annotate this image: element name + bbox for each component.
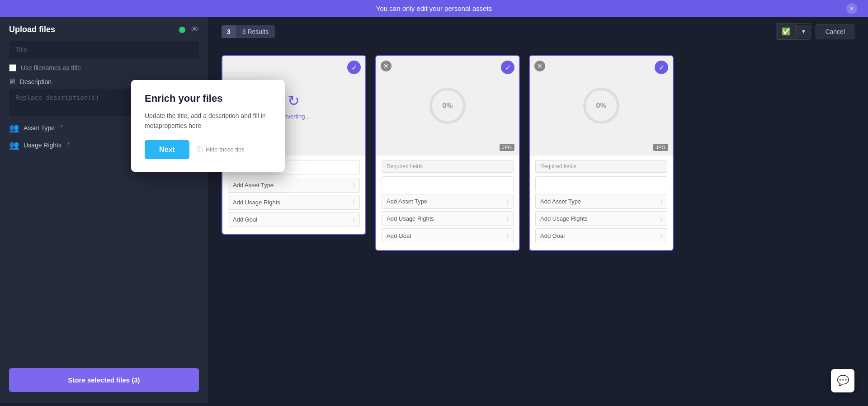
chat-icon: 💬	[837, 375, 849, 387]
add-asset-type-label-1: Add Asset Type	[233, 182, 274, 189]
enrich-body: Update the title, add a description and …	[145, 111, 271, 131]
add-goal-label-2: Add Goal	[387, 232, 411, 239]
check-dropdown: ✅ ▼	[776, 23, 811, 40]
card-body-3: Required fields Add Asset Type 〉 Add Usa…	[530, 156, 673, 250]
card-close-button-2[interactable]: ✕	[381, 61, 392, 71]
select-all-button[interactable]: ✅	[776, 24, 796, 39]
results-area: 3 3 Results	[222, 25, 275, 38]
description-icon: 🖹	[9, 78, 16, 86]
sidebar-header-icons: 👁	[179, 25, 199, 34]
banner-text: You can only edit your personal assets	[376, 5, 492, 12]
card-preview-3: ✕ ✓ 0% JPG	[530, 56, 673, 156]
add-usage-rights-label-3: Add Usage Rights	[540, 215, 588, 222]
add-usage-rights-label-1: Add Usage Rights	[233, 199, 280, 206]
add-asset-type-label-3: Add Asset Type	[540, 198, 581, 205]
file-type-badge-2: JPG	[500, 144, 514, 151]
dropdown-button[interactable]: ▼	[796, 25, 811, 38]
card-check-3[interactable]: ✓	[655, 61, 668, 74]
required-fields-banner-2: Required fields	[382, 160, 514, 173]
cancel-button[interactable]: Cancel	[816, 24, 854, 39]
chevron-right-icon-7: 〉	[660, 198, 662, 205]
add-goal-button-3[interactable]: Add Goal 〉	[535, 228, 667, 243]
hide-tips-button[interactable]: ⓘ Hide these tips	[197, 146, 245, 154]
add-asset-type-button-1[interactable]: Add Asset Type 〉	[228, 178, 360, 193]
add-usage-rights-label-2: Add Usage Rights	[387, 215, 434, 222]
title-input[interactable]	[9, 41, 199, 59]
chat-fab-button[interactable]: 💬	[831, 369, 854, 392]
required-fields-banner-3: Required fields	[535, 160, 667, 173]
count-badge: 3	[222, 25, 236, 38]
usage-rights-label: Usage Rights	[24, 142, 61, 149]
next-button[interactable]: Next	[145, 140, 189, 159]
refresh-icon: ↻	[288, 92, 300, 109]
asset-type-icon: 👥	[9, 123, 19, 133]
top-banner: You can only edit your personal assets ×	[0, 0, 868, 17]
card-title-input-2[interactable]	[382, 176, 514, 191]
add-goal-label-3: Add Goal	[540, 232, 565, 239]
toolbar-right: ✅ ▼ Cancel	[776, 23, 854, 40]
add-goal-button-2[interactable]: Add Goal 〉	[382, 228, 514, 243]
banner-close-button[interactable]: ×	[846, 3, 857, 14]
card-preview-2: ✕ ✓ 0% JPG	[376, 56, 519, 156]
preview-icon[interactable]: 👁	[191, 25, 199, 34]
card-check-2[interactable]: ✓	[501, 61, 514, 74]
chevron-right-icon-6: 〉	[507, 233, 509, 239]
content-area: 3 3 Results ✅ ▼ Cancel ✓ ↻ converting...	[208, 17, 868, 403]
card-check-1[interactable]: ✓	[347, 61, 361, 74]
enrich-title: Enrich your files	[145, 93, 271, 104]
chevron-right-icon-5: 〉	[507, 216, 509, 222]
add-goal-label-1: Add Goal	[233, 216, 257, 223]
card-close-button-3[interactable]: ✕	[534, 61, 545, 71]
cards-area: ✓ ↻ converting... Add Asset Type 〉 Add U…	[208, 46, 868, 403]
card-title-input-3[interactable]	[535, 176, 667, 191]
asset-card-2: ✕ ✓ 0% JPG Required fields Add Asset Typ…	[375, 55, 520, 251]
description-label: Description	[20, 78, 52, 85]
sidebar-header: Upload files 👁	[0, 17, 208, 41]
add-asset-type-button-2[interactable]: Add Asset Type 〉	[382, 194, 514, 209]
chevron-right-icon-2: 〉	[353, 199, 355, 206]
usage-rights-required: *	[67, 141, 70, 149]
enrich-popup: Enrich your files Update the title, add …	[131, 80, 285, 172]
main-area: Upload files 👁 Use filenames as title 🖹 …	[0, 17, 868, 403]
hide-tips-label: Hide these tips	[206, 146, 245, 153]
add-usage-rights-button-1[interactable]: Add Usage Rights 〉	[228, 195, 360, 210]
asset-type-label: Asset Type	[24, 124, 55, 132]
use-filenames-row: Use filenames as title	[9, 64, 199, 71]
info-icon: ⓘ	[197, 146, 203, 154]
progress-circle-2: 0%	[429, 88, 466, 124]
progress-circle-3: 0%	[583, 88, 619, 124]
chevron-right-icon-3: 〉	[353, 217, 355, 223]
sidebar-title: Upload files	[9, 25, 55, 34]
enrich-footer: Next ⓘ Hide these tips	[145, 140, 271, 159]
add-asset-type-button-3[interactable]: Add Asset Type 〉	[535, 194, 667, 209]
results-label: 3 Results	[236, 25, 275, 38]
asset-type-required: *	[60, 124, 63, 132]
chevron-right-icon-1: 〉	[353, 182, 355, 189]
chevron-right-icon-8: 〉	[660, 216, 662, 222]
use-filenames-label: Use filenames as title	[21, 64, 81, 71]
add-usage-rights-button-2[interactable]: Add Usage Rights 〉	[382, 211, 514, 226]
asset-card-3: ✕ ✓ 0% JPG Required fields Add Asset Typ…	[529, 55, 674, 251]
toolbar: 3 3 Results ✅ ▼ Cancel	[208, 17, 868, 46]
file-type-badge-3: JPG	[653, 144, 668, 151]
card-body-2: Required fields Add Asset Type 〉 Add Usa…	[376, 156, 519, 250]
add-asset-type-label-2: Add Asset Type	[387, 198, 427, 205]
usage-rights-icon: 👥	[9, 140, 19, 150]
store-selected-button[interactable]: Store selected files (3)	[9, 368, 199, 392]
add-goal-button-1[interactable]: Add Goal 〉	[228, 212, 360, 227]
chevron-right-icon-4: 〉	[507, 198, 509, 205]
chevron-right-icon-9: 〉	[660, 233, 662, 239]
status-indicator	[179, 27, 185, 33]
use-filenames-checkbox[interactable]	[9, 64, 16, 71]
sidebar: Upload files 👁 Use filenames as title 🖹 …	[0, 17, 208, 403]
add-usage-rights-button-3[interactable]: Add Usage Rights 〉	[535, 211, 667, 226]
